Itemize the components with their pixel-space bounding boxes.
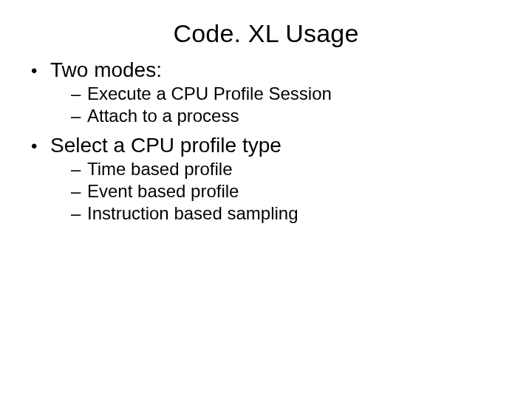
list-item: Attach to a process [71,106,502,126]
sub-bullet-text: Instruction based sampling [87,203,299,223]
list-item: Time based profile [71,159,502,180]
sub-list: Time based profile Event based profile I… [50,159,502,224]
list-item: Execute a CPU Profile Session [71,83,502,104]
bullet-text: Select a CPU profile type [50,134,282,157]
list-item: Event based profile [71,181,502,202]
list-item: Select a CPU profile type Time based pro… [30,134,502,224]
sub-bullet-text: Attach to a process [87,106,239,126]
bullet-list: Two modes: Execute a CPU Profile Session… [30,58,502,224]
sub-bullet-text: Event based profile [87,181,239,201]
sub-bullet-text: Execute a CPU Profile Session [87,83,332,103]
list-item: Instruction based sampling [71,203,502,224]
list-item: Two modes: Execute a CPU Profile Session… [30,58,502,126]
sub-bullet-text: Time based profile [87,159,233,179]
bullet-text: Two modes: [50,58,162,81]
slide-title: Code. XL Usage [30,19,502,48]
slide: Code. XL Usage Two modes: Execute a CPU … [0,0,532,399]
sub-list: Execute a CPU Profile Session Attach to … [50,83,502,126]
